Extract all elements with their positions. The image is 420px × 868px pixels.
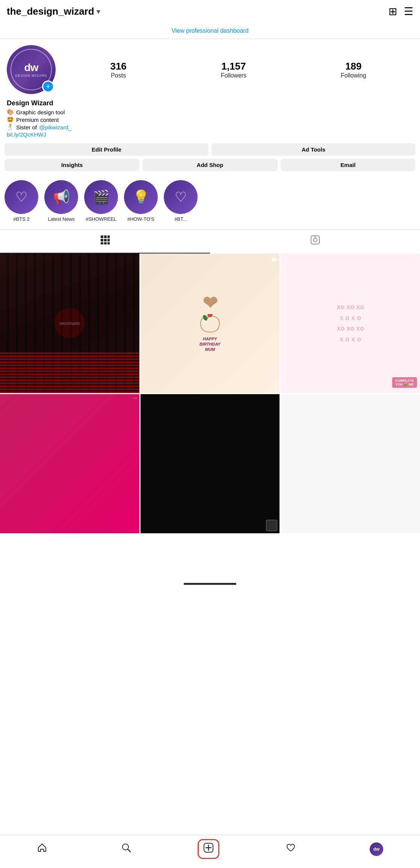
highlight-bts2[interactable]: ♡ #BTS 2	[5, 180, 38, 222]
highlight-label-1: #BTS 2	[13, 216, 29, 222]
highlight-circle-4: 💡	[124, 180, 158, 214]
xo-pattern: xo xo xox o x oxo xo xox o x o	[334, 299, 367, 348]
action-row-1: Edit Profile Ad Tools	[5, 143, 415, 156]
add-shop-button[interactable]: Add Shop	[142, 159, 277, 171]
grid-item-xo[interactable]: xo xo xox o x oxo xo xox o x o COMPLETEY…	[281, 253, 420, 393]
highlight-howtos[interactable]: 💡 #HOW-TO'S	[124, 180, 158, 222]
header: the_design_wizard ▾ ⊞ ☰	[0, 0, 420, 23]
highlight-label-2: Latest News	[48, 216, 75, 222]
avatar-initials: dw	[24, 62, 38, 74]
bulb-icon: 💡	[133, 189, 150, 205]
birthday-text: HAPPYBIRTHDAYMUM	[199, 336, 221, 352]
stats-container: 316 Posts 1,157 Followers 189 Following	[63, 61, 413, 79]
svg-rect-7	[104, 242, 107, 244]
photo-grid: resonate ▶ ❤ HAPPYBIRTHDAYMUM	[0, 253, 420, 533]
grid-item-empty	[281, 394, 420, 534]
followers-label: Followers	[221, 72, 246, 79]
highlight-label-5: #BT...	[174, 216, 187, 222]
pink-post: ⋯	[0, 394, 139, 534]
grid-icon	[100, 235, 110, 247]
followers-stat[interactable]: 1,157 Followers	[221, 61, 246, 79]
home-indicator-bar	[184, 583, 236, 585]
star-icon: 🤩	[7, 116, 14, 123]
posts-stat[interactable]: 316 Posts	[110, 61, 126, 79]
dashboard-link-text: View professional dashboard	[171, 27, 248, 34]
svg-rect-6	[101, 242, 103, 244]
header-icons: ⊞ ☰	[388, 5, 413, 18]
heart-icon: ♡	[15, 189, 27, 205]
piano-overlay: resonate	[0, 253, 139, 393]
add-story-button[interactable]: +	[42, 80, 54, 93]
bio-line-1: 🎨 Graphic design tool	[7, 109, 413, 115]
highlights-row: ♡ #BTS 2 📢 Latest News 🎬 #SHOWREEL 💡 #HO…	[0, 177, 420, 228]
website-link[interactable]: bit.ly/2QcKHWJ	[7, 131, 46, 138]
bio-text-2: Premium content	[16, 117, 59, 123]
highlight-showreel[interactable]: 🎬 #SHOWREEL	[84, 180, 118, 222]
bio-line-2: 🤩 Premium content	[7, 116, 413, 123]
action-row-2: Insights Add Shop Email	[5, 159, 415, 171]
profile-name: Design Wizard	[7, 99, 413, 107]
profile-top: dw DESIGN WIZARD + 316 Posts 1,157 Follo…	[7, 45, 413, 94]
xo-content: xo xo xox o x oxo xo xox o x o COMPLETEY…	[281, 253, 420, 393]
highlight-circle-1: ♡	[5, 180, 38, 214]
grid-item-dark[interactable]	[141, 394, 280, 534]
bio-text-3: Sister of	[16, 124, 37, 131]
svg-rect-2	[107, 235, 110, 238]
tab-bar	[0, 229, 420, 253]
piano-post: resonate	[0, 253, 139, 393]
profile-section: dw DESIGN WIZARD + 316 Posts 1,157 Follo…	[0, 39, 420, 94]
highlight-circle-2: 📢	[44, 180, 78, 214]
ad-tools-button[interactable]: Ad Tools	[212, 143, 415, 156]
tagged-icon	[310, 235, 320, 247]
email-button[interactable]: Email	[281, 159, 415, 171]
svg-rect-8	[107, 242, 110, 244]
bio: Design Wizard 🎨 Graphic design tool 🤩 Pr…	[0, 99, 420, 143]
following-stat[interactable]: 189 Following	[341, 61, 366, 79]
dancer-icon: 🕺	[7, 124, 14, 131]
highlight-bt[interactable]: ♡ #BT...	[164, 180, 198, 222]
grid-item-piano[interactable]: resonate	[0, 253, 139, 393]
menu-icon[interactable]: ☰	[404, 5, 413, 18]
tab-grid[interactable]	[0, 230, 210, 253]
highlight-latest-news[interactable]: 📢 Latest News	[44, 180, 78, 222]
bio-line-3: 🕺 Sister of @pikwizard_	[7, 124, 413, 131]
birthday-post: ▶ ❤ HAPPYBIRTHDAYMUM	[141, 253, 280, 393]
heart-icon-2: ♡	[175, 189, 187, 205]
avatar-subtitle: DESIGN WIZARD	[15, 74, 47, 77]
svg-point-10	[313, 238, 317, 242]
bio-text-1: Graphic design tool	[16, 109, 65, 115]
xo-post: xo xo xox o x oxo xo xox o x o COMPLETEY…	[281, 253, 420, 393]
mention-link[interactable]: @pikwizard_	[39, 124, 71, 131]
highlight-circle-3: 🎬	[84, 180, 118, 214]
posts-count: 316	[110, 61, 126, 72]
insights-button[interactable]: Insights	[5, 159, 139, 171]
tab-tagged[interactable]	[210, 230, 420, 253]
birthday-content: ▶ ❤ HAPPYBIRTHDAYMUM	[141, 253, 280, 393]
new-post-icon[interactable]: ⊞	[388, 5, 397, 18]
chevron-down-icon: ▾	[97, 8, 100, 16]
home-indicator	[0, 578, 420, 592]
svg-rect-5	[107, 239, 110, 241]
highlight-circle-5: ♡	[164, 180, 198, 214]
svg-rect-3	[101, 239, 103, 241]
username-display[interactable]: the_design_wizard ▾	[7, 6, 100, 17]
highlight-label-3: #SHOWREEL	[86, 216, 116, 222]
avatar-container[interactable]: dw DESIGN WIZARD +	[7, 45, 56, 94]
highlight-label-4: #HOW-TO'S	[127, 216, 154, 222]
dark-post	[141, 394, 280, 534]
following-label: Following	[341, 72, 366, 79]
posts-label: Posts	[111, 72, 126, 79]
svg-rect-1	[104, 235, 107, 238]
grid-item-birthday[interactable]: ▶ ❤ HAPPYBIRTHDAYMUM	[141, 253, 280, 393]
following-count: 189	[345, 61, 361, 72]
action-buttons: Edit Profile Ad Tools Insights Add Shop …	[0, 143, 420, 177]
film-icon: 🎬	[93, 189, 110, 205]
professional-dashboard-link[interactable]: View professional dashboard	[0, 23, 420, 39]
grid-item-pink[interactable]: ⋯	[0, 394, 139, 534]
palette-icon: 🎨	[7, 109, 14, 115]
megaphone-icon: 📢	[53, 189, 70, 205]
username-text: the_design_wizard	[7, 6, 94, 17]
edit-profile-button[interactable]: Edit Profile	[5, 143, 208, 156]
svg-point-13	[208, 314, 212, 317]
play-icon: ▶	[272, 256, 276, 263]
